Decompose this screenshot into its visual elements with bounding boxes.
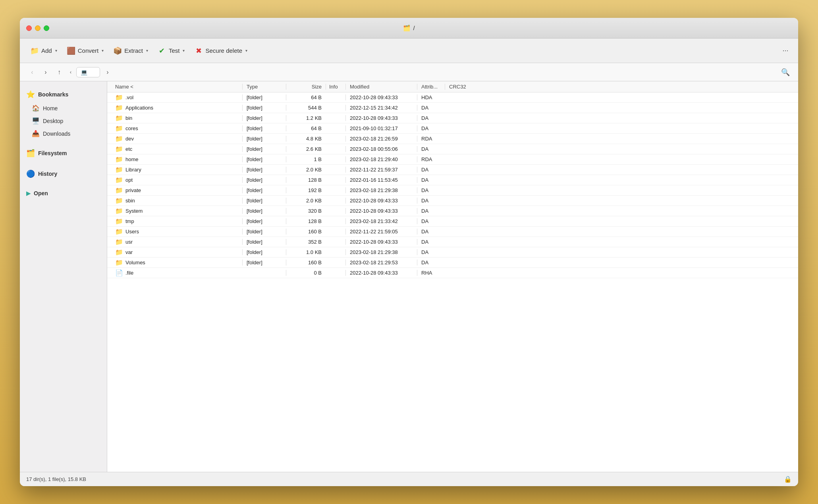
convert-dropdown-arrow: ▾: [102, 48, 104, 53]
convert-icon: 🟫: [67, 46, 75, 55]
downloads-icon: 📥: [32, 130, 40, 137]
folder-icon: 📁: [115, 135, 123, 142]
file-modified: 2022-12-15 21:34:42: [345, 105, 417, 111]
file-type: [folder]: [242, 146, 286, 152]
table-row[interactable]: 📁 bin [folder] 1.2 KB 2022-10-28 09:43:3…: [107, 113, 798, 123]
extract-button[interactable]: 📦 Extract ▾: [109, 44, 152, 58]
table-row[interactable]: 📁 tmp [folder] 128 B 2023-02-18 21:33:42…: [107, 216, 798, 227]
file-size: 64 B: [286, 125, 326, 131]
open-icon: ▶: [26, 190, 31, 196]
sidebar-item-home[interactable]: 🏠 Home: [22, 102, 104, 114]
file-modified: 2022-11-22 21:59:05: [345, 229, 417, 235]
table-row[interactable]: 📁 Users [folder] 160 B 2022-11-22 21:59:…: [107, 227, 798, 237]
file-attrib: RDA: [417, 156, 445, 162]
file-name: private: [125, 187, 141, 193]
file-size: 4.8 KB: [286, 136, 326, 142]
sidebar-item-desktop[interactable]: 🖥️ Desktop: [22, 115, 104, 127]
table-row[interactable]: 📁 Applications [folder] 544 B 2022-12-15…: [107, 103, 798, 113]
col-crc32-header[interactable]: CRC32: [445, 84, 477, 90]
file-attrib: RDA: [417, 136, 445, 142]
maximize-button[interactable]: [44, 25, 49, 31]
file-size: 160 B: [286, 260, 326, 265]
file-modified: 2022-10-28 09:43:33: [345, 94, 417, 100]
toolbar: 📁 Add ▾ 🟫 Convert ▾ 📦 Extract ▾ ✔ Test ▾…: [20, 38, 798, 63]
search-button[interactable]: 🔍: [779, 66, 792, 79]
file-type: [folder]: [242, 229, 286, 235]
desktop-icon: 🖥️: [32, 117, 40, 125]
file-attrib: DA: [417, 167, 445, 173]
file-type: [folder]: [242, 115, 286, 121]
file-attrib: DA: [417, 208, 445, 214]
file-name: bin: [125, 115, 132, 121]
desktop-label: Desktop: [43, 118, 63, 124]
minimize-button[interactable]: [35, 25, 41, 31]
secure-delete-dropdown-arrow: ▾: [245, 48, 247, 53]
folder-icon: 📁: [115, 94, 123, 101]
table-row[interactable]: 📁 sbin [folder] 2.0 KB 2022-10-28 09:43:…: [107, 196, 798, 206]
table-row[interactable]: 📁 etc [folder] 2.6 KB 2023-02-18 00:55:0…: [107, 144, 798, 154]
table-row[interactable]: 📁 cores [folder] 64 B 2021-09-10 01:32:1…: [107, 123, 798, 134]
table-row[interactable]: 📁 .vol [folder] 64 B 2022-10-28 09:43:33…: [107, 92, 798, 103]
home-label: Home: [43, 105, 58, 112]
history-group[interactable]: 🔵 History: [20, 167, 107, 181]
test-dropdown-arrow: ▾: [183, 48, 185, 53]
col-type-header[interactable]: Type: [242, 84, 286, 90]
file-type: [folder]: [242, 187, 286, 193]
sidebar-item-downloads[interactable]: 📥 Downloads: [22, 127, 104, 140]
file-size: 1.0 KB: [286, 249, 326, 255]
col-size-header[interactable]: Size: [286, 84, 326, 90]
col-attrib-header[interactable]: Attrib...: [417, 84, 445, 90]
back-button[interactable]: ‹: [26, 66, 38, 78]
folder-icon: 📁: [115, 125, 123, 132]
table-row[interactable]: 📁 var [folder] 1.0 KB 2023-02-18 21:29:3…: [107, 247, 798, 258]
more-button[interactable]: ···: [779, 44, 792, 57]
file-type: [folder]: [242, 198, 286, 204]
table-row[interactable]: 📁 System [folder] 320 B 2022-10-28 09:43…: [107, 206, 798, 216]
title-icon: 🗂️: [403, 25, 411, 32]
col-modified-header[interactable]: Modified: [345, 84, 417, 90]
file-size: 320 B: [286, 208, 326, 214]
test-button[interactable]: ✔ Test ▾: [154, 44, 189, 58]
col-info-header[interactable]: Info: [326, 84, 345, 90]
history-label: History: [38, 171, 57, 177]
open-group[interactable]: ▶ Open: [20, 188, 107, 199]
up-button[interactable]: ↑: [53, 66, 65, 78]
table-row[interactable]: 📁 opt [folder] 128 B 2022-01-16 11:53:45…: [107, 175, 798, 185]
nav-chevron[interactable]: ‹: [67, 66, 75, 78]
lock-icon: 🔒: [784, 475, 792, 483]
traffic-lights: [26, 25, 49, 31]
file-size: 64 B: [286, 94, 326, 100]
table-row[interactable]: 📁 usr [folder] 352 B 2022-10-28 09:43:33…: [107, 237, 798, 247]
filesystem-group[interactable]: 🗂️ Filesystem: [20, 146, 107, 160]
convert-button[interactable]: 🟫 Convert ▾: [63, 44, 108, 58]
file-size: 352 B: [286, 239, 326, 245]
add-button[interactable]: 📁 Add ▾: [26, 44, 61, 58]
folder-icon: 📁: [115, 176, 123, 184]
table-row[interactable]: 📄 .file 0 B 2022-10-28 09:43:33 RHA: [107, 268, 798, 278]
file-type: [folder]: [242, 136, 286, 142]
title-label: /: [413, 25, 415, 31]
navbar: ‹ › ↑ ‹ 💻 › 🔍: [20, 63, 798, 81]
file-modified: 2023-02-18 21:29:38: [345, 249, 417, 255]
table-row[interactable]: 📁 home [folder] 1 B 2023-02-18 21:29:40 …: [107, 154, 798, 165]
file-list-header: Name < Type Size Info Modified Attrib...: [107, 81, 798, 92]
file-name: .file: [125, 270, 133, 276]
secure-delete-label: Secure delete: [205, 47, 242, 54]
table-row[interactable]: 📁 Volumes [folder] 160 B 2023-02-18 21:2…: [107, 258, 798, 268]
table-row[interactable]: 📁 dev [folder] 4.8 KB 2023-02-18 21:26:5…: [107, 134, 798, 144]
nav-location[interactable]: 💻: [76, 67, 100, 77]
table-row[interactable]: 📁 Library [folder] 2.0 KB 2022-11-22 21:…: [107, 165, 798, 175]
file-modified: 2023-02-18 21:29:53: [345, 260, 417, 265]
nav-forward-button[interactable]: ›: [102, 66, 114, 78]
bookmarks-group[interactable]: ⭐ Bookmarks: [20, 88, 107, 101]
close-button[interactable]: [26, 25, 32, 31]
file-type: [folder]: [242, 94, 286, 100]
folder-icon: 📁: [115, 259, 123, 266]
table-row[interactable]: 📁 private [folder] 192 B 2023-02-18 21:2…: [107, 185, 798, 196]
forward-button[interactable]: ›: [40, 66, 52, 78]
file-name: tmp: [125, 218, 134, 224]
file-attrib: DA: [417, 198, 445, 204]
secure-delete-button[interactable]: ✖ Secure delete ▾: [190, 44, 251, 58]
col-name-header[interactable]: Name <: [107, 84, 242, 90]
file-attrib: DA: [417, 187, 445, 193]
